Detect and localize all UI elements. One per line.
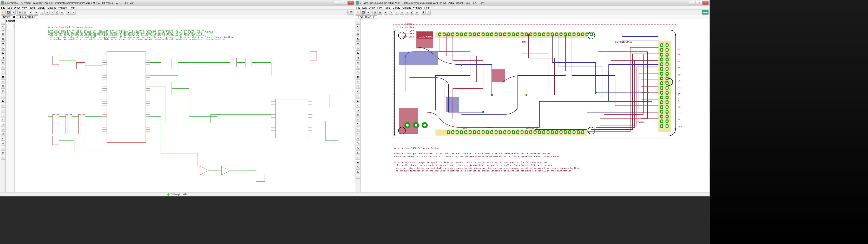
menu-draw[interactable]: Draw: [369, 6, 375, 9]
add-tool-icon[interactable]: ＋: [355, 79, 360, 84]
redraw-icon[interactable]: ⟳: [415, 10, 419, 15]
value-tool-icon[interactable]: V: [355, 89, 360, 93]
menu-library[interactable]: Library: [38, 6, 45, 9]
maximize-button[interactable]: ▢: [341, 1, 347, 5]
route-tool-icon[interactable]: ↝: [355, 108, 360, 112]
rotate-tool-icon[interactable]: ⟲: [355, 56, 360, 60]
junction-tool-icon[interactable]: •: [1, 146, 5, 150]
zoom-select-icon[interactable]: ◱: [410, 10, 414, 15]
maximize-button[interactable]: ▢: [695, 1, 702, 5]
drc-tool-icon[interactable]: ⚠: [355, 170, 360, 174]
display-tool-icon[interactable]: ▦: [355, 32, 360, 36]
redo-icon[interactable]: ↷: [34, 10, 38, 15]
rect-tool-icon[interactable]: ▭: [1, 127, 5, 131]
hole-tool-icon[interactable]: ○: [355, 155, 360, 160]
zoom-out-icon[interactable]: －: [50, 10, 55, 15]
display-tool-icon[interactable]: ▦: [1, 32, 5, 36]
sheet-icon[interactable]: ▤: [22, 10, 27, 15]
mirror-tool-icon[interactable]: ⇋: [1, 51, 5, 55]
ltc-icon[interactable]: LTC: [347, 10, 354, 15]
open-icon[interactable]: 📂: [1, 10, 6, 15]
arc-tool-icon[interactable]: ◠: [355, 131, 360, 136]
show-tool-icon[interactable]: 👁: [1, 24, 5, 29]
bus-tool-icon[interactable]: ≡: [1, 136, 5, 141]
move-tool-icon[interactable]: ✥: [1, 41, 5, 46]
undo-icon[interactable]: ↶: [383, 10, 388, 15]
close-button[interactable]: ✕: [702, 1, 709, 5]
redraw-icon[interactable]: ⟳: [60, 10, 64, 15]
menu-options[interactable]: Options: [48, 6, 56, 9]
paste-tool-icon[interactable]: 📋: [1, 70, 5, 74]
miter-tool-icon[interactable]: ◣: [355, 98, 360, 103]
zoom-in-icon[interactable]: ＋: [400, 10, 404, 15]
zoom-fit-icon[interactable]: ⤢: [395, 10, 399, 15]
coord-readout[interactable]: 0.1 inch (18.6 5.5): [16, 16, 38, 19]
text-tool-icon[interactable]: T: [355, 122, 360, 126]
zoom-fit-icon[interactable]: ⤢: [40, 10, 44, 15]
minimize-button[interactable]: –: [689, 1, 695, 5]
menu-tools[interactable]: Tools: [384, 6, 391, 9]
go-icon[interactable]: ✔: [71, 10, 76, 15]
miter-tool-icon[interactable]: ◣: [1, 98, 5, 103]
mark-tool-icon[interactable]: ⊕: [355, 37, 360, 41]
schematic-switch-icon[interactable]: ▤: [372, 10, 377, 15]
name-tool-icon[interactable]: N: [355, 84, 360, 89]
save-icon[interactable]: 💾: [6, 10, 11, 15]
menu-file[interactable]: File: [356, 6, 360, 9]
label-tool-icon[interactable]: 🏷: [1, 150, 5, 155]
zoom-select-icon[interactable]: ◱: [55, 10, 59, 15]
erc-tool-icon[interactable]: ⚠: [1, 155, 5, 160]
via-tool-icon[interactable]: ⊙: [355, 146, 360, 150]
board-titlebar[interactable]: 3 Board - C:\Program Files (x86)\EAGLE-6…: [355, 0, 710, 6]
redo-icon[interactable]: ↷: [389, 10, 393, 15]
show-tool-icon[interactable]: 👁: [355, 24, 360, 29]
zoom-in-icon[interactable]: ＋: [45, 10, 50, 15]
copy-tool-icon[interactable]: ⧉: [1, 46, 5, 51]
stop-icon[interactable]: ✖: [66, 10, 71, 15]
drc-icon[interactable]: ⚠: [426, 10, 431, 15]
paste-tool-icon[interactable]: 📋: [355, 70, 360, 74]
group-tool-icon[interactable]: ▭: [1, 60, 5, 65]
menu-library[interactable]: Library: [393, 6, 400, 9]
add-tool-icon[interactable]: ＋: [1, 79, 5, 84]
net-tool-icon[interactable]: ┼: [1, 141, 5, 146]
polygon-tool-icon[interactable]: ⬠: [1, 131, 5, 136]
schematic-titlebar[interactable]: 2 Schematic - C:\Program Files (x86)\EAG…: [0, 0, 355, 6]
menu-file[interactable]: File: [1, 6, 5, 9]
move-tool-icon[interactable]: ✥: [355, 41, 360, 46]
coord-readout[interactable]: 5 mil (-155 2180): [356, 16, 377, 19]
schematic-canvas[interactable]: Arduino Mega 2560 Reference Design Refer…: [15, 19, 355, 192]
menu-options[interactable]: Options: [402, 6, 411, 9]
rect-tool-icon[interactable]: ▭: [355, 136, 360, 141]
info-tool-icon[interactable]: i: [1, 20, 5, 24]
circle-tool-icon[interactable]: ○: [1, 117, 5, 122]
info-tool-icon[interactable]: i: [355, 20, 360, 24]
ripup-tool-icon[interactable]: ⤫: [355, 113, 360, 117]
menu-draw[interactable]: Draw: [14, 6, 20, 9]
copy-tool-icon[interactable]: ⧉: [355, 46, 360, 51]
smash-tool-icon[interactable]: ⚡: [1, 94, 5, 98]
split-tool-icon[interactable]: ⑂: [355, 103, 360, 108]
zoom-out-icon[interactable]: －: [405, 10, 409, 15]
value-tool-icon[interactable]: V: [1, 89, 5, 93]
arc-tool-icon[interactable]: ◠: [1, 122, 5, 126]
menu-tools[interactable]: Tools: [30, 6, 35, 9]
change-tool-icon[interactable]: 🔧: [355, 65, 360, 69]
layers-icon[interactable]: ▬▬: [702, 10, 709, 15]
circle-tool-icon[interactable]: ○: [355, 127, 360, 131]
open-icon[interactable]: 📂: [356, 10, 361, 15]
text-tool-icon[interactable]: T: [1, 113, 5, 117]
print-icon[interactable]: 🖨: [11, 10, 16, 15]
smash-tool-icon[interactable]: ⚡: [355, 94, 360, 98]
delete-tool-icon[interactable]: ✖: [1, 74, 5, 79]
name-tool-icon[interactable]: N: [1, 84, 5, 89]
menu-window[interactable]: Window: [58, 6, 67, 9]
minimize-button[interactable]: –: [334, 1, 340, 5]
split-tool-icon[interactable]: ⑂: [1, 103, 5, 108]
auto-tool-icon[interactable]: A: [355, 165, 360, 169]
mark-tool-icon[interactable]: ⊕: [1, 37, 5, 41]
board-canvas[interactable]: M.Banzi D.Cuartielles T.Igoe G.Martino D…: [361, 19, 710, 192]
save-icon[interactable]: 💾: [361, 10, 366, 15]
errors-tool-icon[interactable]: !: [355, 174, 360, 179]
polygon-tool-icon[interactable]: ⬠: [355, 141, 360, 146]
